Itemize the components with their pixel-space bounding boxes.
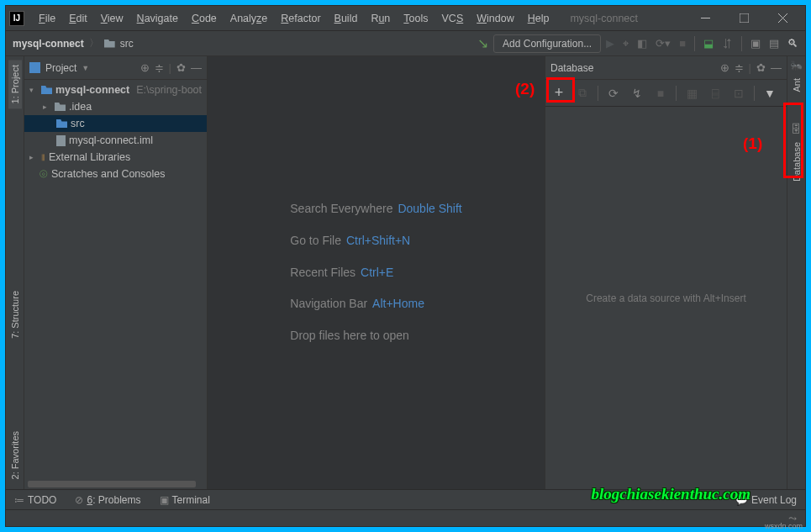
close-button[interactable] bbox=[763, 6, 802, 31]
hide-icon[interactable]: — bbox=[191, 61, 202, 74]
navigation-bar: mysql-connect 〉 src ↘ Add Configuration.… bbox=[6, 31, 805, 56]
site-tag: wsxdn.com bbox=[765, 522, 803, 530]
git-icon[interactable]: ⬓ bbox=[703, 37, 714, 50]
separator bbox=[754, 86, 755, 101]
tree-item-iml[interactable]: mysql-connect.iml bbox=[24, 132, 207, 149]
breadcrumb-separator: 〉 bbox=[89, 36, 99, 50]
menu-window[interactable]: Window bbox=[471, 9, 519, 28]
database-panel: Database ⊕ ≑ | ✿ — + ⧉ ⟳ ↯ ■ ▦ ⌸ ⊡ ▼ bbox=[545, 56, 787, 489]
module-icon bbox=[41, 86, 52, 94]
hint-recent-key: Ctrl+E bbox=[361, 266, 393, 279]
watermark: blogchiasekienthuc.com bbox=[592, 485, 750, 503]
app-icon: IJ bbox=[9, 11, 24, 26]
tree-item-scratches[interactable]: ⦾ Scratches and Consoles bbox=[24, 166, 207, 182]
build-hammer-icon[interactable]: ↘ bbox=[477, 35, 488, 51]
todo-tab[interactable]: ≔TODO bbox=[14, 494, 56, 506]
project-panel-header: Project ▼ ⊕ ≑ | ✿ — bbox=[24, 56, 207, 80]
duplicate-icon: ⧉ bbox=[572, 83, 592, 103]
main-area: 1: Project 7: Structure 2: Favorites Pro… bbox=[6, 56, 805, 489]
separator bbox=[598, 86, 598, 101]
jump-to-query-icon[interactable]: ↯ bbox=[627, 83, 647, 103]
menu-refactor[interactable]: Refactor bbox=[275, 9, 326, 28]
ant-tool-tab[interactable]: Ant bbox=[792, 78, 802, 92]
database-toolbar: + ⧉ ⟳ ↯ ■ ▦ ⌸ ⊡ ▼ bbox=[545, 80, 787, 107]
data-source-props-icon: ⊡ bbox=[729, 83, 749, 103]
left-tool-gutter: 1: Project 7: Structure 2: Favorites bbox=[6, 56, 24, 489]
run-anything-icon[interactable]: ▣ bbox=[750, 37, 761, 50]
tree-root[interactable]: ▾ mysql-connect E:\spring-boot bbox=[24, 82, 207, 98]
menu-analyze[interactable]: Analyze bbox=[224, 9, 273, 28]
hide-icon[interactable]: — bbox=[771, 61, 782, 74]
hint-goto-label: Go to File bbox=[290, 234, 341, 247]
menu-edit[interactable]: Edit bbox=[63, 9, 93, 28]
profile-icon[interactable]: ⟳▾ bbox=[656, 37, 671, 50]
expand-icon[interactable]: ▾ bbox=[29, 86, 38, 94]
menu-tools[interactable]: Tools bbox=[398, 9, 434, 28]
locate-icon[interactable]: ⊕ bbox=[140, 61, 150, 74]
expand-all-icon[interactable]: ≑ bbox=[155, 61, 164, 74]
file-icon bbox=[56, 135, 66, 146]
source-folder-icon bbox=[56, 119, 67, 128]
breadcrumb-project[interactable]: mysql-connect bbox=[13, 38, 84, 50]
run-icon[interactable]: ▶ bbox=[606, 37, 614, 50]
database-icon[interactable]: 🗄 bbox=[791, 123, 802, 135]
menu-vcs[interactable]: VCS bbox=[436, 9, 470, 28]
menu-code[interactable]: Code bbox=[186, 9, 223, 28]
gear-icon[interactable]: ✿ bbox=[756, 61, 766, 74]
coverage-icon[interactable]: ◧ bbox=[637, 37, 647, 50]
scratch-icon: ⦾ bbox=[39, 168, 48, 180]
problems-tab[interactable]: ⊘6: Problems bbox=[75, 494, 140, 506]
run-config-dropdown[interactable]: Add Configuration... bbox=[493, 34, 601, 53]
breadcrumb[interactable]: mysql-connect 〉 src bbox=[13, 36, 134, 50]
menu-navigate[interactable]: Navigate bbox=[131, 9, 184, 28]
refresh-icon[interactable]: ⟳ bbox=[603, 83, 624, 103]
ddl-icon: ⌸ bbox=[705, 83, 725, 103]
expand-icon[interactable]: ▸ bbox=[29, 153, 38, 161]
hint-drop-label: Drop files here to open bbox=[290, 329, 409, 342]
debug-icon[interactable]: ⌖ bbox=[623, 37, 629, 50]
database-tool-tab[interactable]: Database bbox=[792, 142, 802, 182]
project-tree[interactable]: ▾ mysql-connect E:\spring-boot ▸ .idea s… bbox=[24, 80, 207, 481]
menu-view[interactable]: View bbox=[95, 9, 129, 28]
minimize-button[interactable] bbox=[686, 6, 724, 31]
hint-search-label: Search Everywhere bbox=[290, 202, 392, 215]
dropdown-icon[interactable]: ▼ bbox=[82, 64, 89, 72]
editor-hints: Search EverywhereDouble Shift Go to File… bbox=[290, 193, 461, 352]
hint-recent-label: Recent Files bbox=[290, 266, 355, 279]
menu-run[interactable]: Run bbox=[365, 9, 396, 28]
svg-rect-0 bbox=[701, 18, 710, 18]
expand-all-icon[interactable]: ≑ bbox=[735, 61, 744, 74]
favorites-tool-tab[interactable]: 2: Favorites bbox=[8, 426, 22, 484]
stop-icon: ■ bbox=[679, 37, 686, 50]
hint-nav-label: Navigation Bar bbox=[290, 297, 367, 310]
right-tool-gutter: 🐜 Ant 🗄 Database bbox=[787, 56, 805, 489]
expand-icon[interactable]: ▸ bbox=[43, 103, 51, 111]
locate-icon[interactable]: ⊕ bbox=[720, 61, 729, 74]
ant-icon[interactable]: 🐜 bbox=[790, 60, 803, 71]
gear-icon[interactable]: ✿ bbox=[176, 61, 186, 74]
structure-tool-tab[interactable]: 7: Structure bbox=[8, 286, 22, 344]
project-structure-icon[interactable]: ▤ bbox=[769, 37, 779, 50]
menu-file[interactable]: File bbox=[33, 9, 61, 28]
update-icon[interactable]: ⮃ bbox=[722, 37, 733, 50]
tree-item-src[interactable]: src bbox=[24, 115, 207, 132]
project-tool-tab[interactable]: 1: Project bbox=[8, 60, 22, 108]
project-panel: Project ▼ ⊕ ≑ | ✿ — ▾ mysql-connect E:\s… bbox=[24, 56, 208, 489]
menu-build[interactable]: Build bbox=[329, 9, 364, 28]
tree-root-label: mysql-connect bbox=[55, 84, 129, 96]
scrollbar-horizontal[interactable] bbox=[24, 481, 207, 489]
add-datasource-button[interactable]: + bbox=[549, 83, 569, 103]
tree-item-libs[interactable]: ▸ ⦀ External Libraries bbox=[24, 149, 207, 166]
table-icon: ▦ bbox=[682, 83, 702, 103]
search-icon[interactable]: 🔍︎ bbox=[787, 37, 798, 50]
breadcrumb-folder[interactable]: src bbox=[120, 38, 134, 50]
tree-item-idea[interactable]: ▸ .idea bbox=[24, 98, 207, 115]
maximize-button[interactable] bbox=[724, 6, 763, 31]
editor-area: Search EverywhereDouble Shift Go to File… bbox=[208, 56, 545, 489]
filter-icon[interactable]: ▼ bbox=[760, 83, 780, 103]
hint-nav-key: Alt+Home bbox=[372, 297, 424, 310]
titlebar: IJ File Edit View Navigate Code Analyze … bbox=[6, 6, 805, 31]
menu-help[interactable]: Help bbox=[522, 9, 556, 28]
terminal-tab[interactable]: ▣Terminal bbox=[160, 494, 210, 506]
separator: | bbox=[169, 61, 171, 74]
